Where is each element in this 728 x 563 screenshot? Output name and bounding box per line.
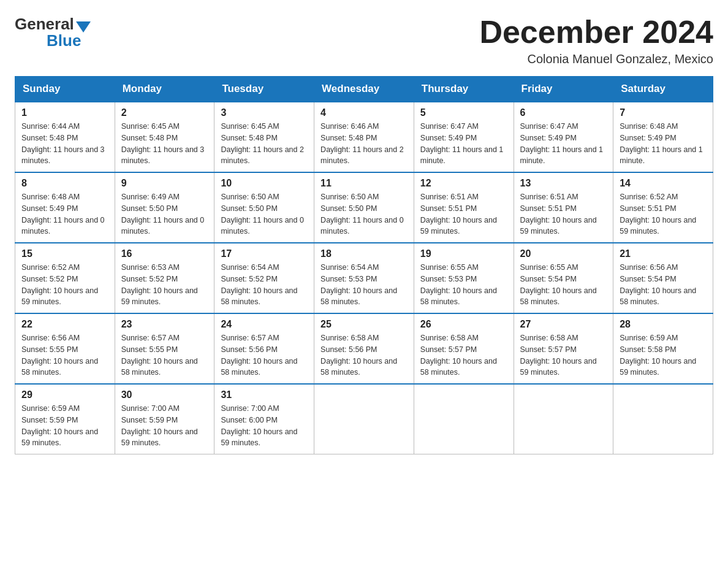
calendar-cell: 11 Sunrise: 6:50 AMSunset: 5:50 PMDaylig… [314, 172, 414, 243]
day-info: Sunrise: 6:51 AMSunset: 5:51 PMDaylight:… [420, 191, 507, 237]
day-info: Sunrise: 6:58 AMSunset: 5:57 PMDaylight:… [420, 332, 507, 378]
calendar-cell: 8 Sunrise: 6:48 AMSunset: 5:49 PMDayligh… [15, 172, 115, 243]
day-number: 28 [620, 319, 707, 330]
calendar-cell: 19 Sunrise: 6:55 AMSunset: 5:53 PMDaylig… [414, 243, 514, 313]
calendar-cell: 16 Sunrise: 6:53 AMSunset: 5:52 PMDaylig… [115, 243, 214, 313]
day-info: Sunrise: 6:45 AMSunset: 5:48 PMDaylight:… [121, 121, 208, 167]
day-info: Sunrise: 6:45 AMSunset: 5:48 PMDaylight:… [221, 121, 308, 167]
logo-arrow-icon [76, 21, 91, 33]
day-number: 18 [320, 248, 408, 259]
calendar-cell: 31 Sunrise: 7:00 AMSunset: 6:00 PMDaylig… [214, 384, 314, 454]
day-info: Sunrise: 6:50 AMSunset: 5:50 PMDaylight:… [221, 191, 308, 237]
calendar-cell: 28 Sunrise: 6:59 AMSunset: 5:58 PMDaylig… [613, 313, 713, 384]
month-title: December 2024 [479, 15, 713, 50]
calendar-cell: 5 Sunrise: 6:47 AMSunset: 5:49 PMDayligh… [414, 102, 514, 172]
day-info: Sunrise: 6:54 AMSunset: 5:53 PMDaylight:… [320, 262, 408, 308]
logo-blue-text: Blue [47, 31, 81, 50]
day-number: 4 [320, 107, 408, 118]
calendar-cell: 9 Sunrise: 6:49 AMSunset: 5:50 PMDayligh… [115, 172, 214, 243]
calendar-week-row: 15 Sunrise: 6:52 AMSunset: 5:52 PMDaylig… [15, 243, 713, 313]
location-subtitle: Colonia Manuel Gonzalez, Mexico [479, 52, 713, 66]
calendar-cell: 20 Sunrise: 6:55 AMSunset: 5:54 PMDaylig… [514, 243, 613, 313]
day-number: 5 [420, 107, 507, 118]
calendar-cell: 27 Sunrise: 6:58 AMSunset: 5:57 PMDaylig… [514, 313, 613, 384]
calendar-cell [613, 384, 713, 454]
day-info: Sunrise: 6:51 AMSunset: 5:51 PMDaylight:… [520, 191, 607, 237]
day-info: Sunrise: 6:44 AMSunset: 5:48 PMDaylight:… [21, 121, 108, 167]
day-number: 21 [620, 248, 707, 259]
day-number: 26 [420, 319, 507, 330]
day-info: Sunrise: 6:56 AMSunset: 5:54 PMDaylight:… [620, 262, 707, 308]
day-number: 25 [320, 319, 408, 330]
calendar-week-row: 29 Sunrise: 6:59 AMSunset: 5:59 PMDaylig… [15, 384, 713, 454]
calendar-table: SundayMondayTuesdayWednesdayThursdayFrid… [15, 76, 713, 454]
calendar-cell: 7 Sunrise: 6:48 AMSunset: 5:49 PMDayligh… [613, 102, 713, 172]
day-info: Sunrise: 6:55 AMSunset: 5:54 PMDaylight:… [520, 262, 607, 308]
day-number: 17 [221, 248, 308, 259]
weekday-header-tuesday: Tuesday [214, 77, 314, 102]
day-info: Sunrise: 6:53 AMSunset: 5:52 PMDaylight:… [121, 262, 208, 308]
day-number: 8 [21, 178, 108, 189]
day-info: Sunrise: 6:57 AMSunset: 5:56 PMDaylight:… [221, 332, 308, 378]
day-info: Sunrise: 7:00 AMSunset: 5:59 PMDaylight:… [121, 403, 208, 449]
calendar-cell: 3 Sunrise: 6:45 AMSunset: 5:48 PMDayligh… [214, 102, 314, 172]
page-header: General Blue December 2024 Colonia Manue… [15, 15, 713, 66]
calendar-week-row: 1 Sunrise: 6:44 AMSunset: 5:48 PMDayligh… [15, 102, 713, 172]
day-number: 19 [420, 248, 507, 259]
day-number: 16 [121, 248, 208, 259]
day-info: Sunrise: 6:59 AMSunset: 5:59 PMDaylight:… [21, 403, 108, 449]
calendar-cell: 14 Sunrise: 6:52 AMSunset: 5:51 PMDaylig… [613, 172, 713, 243]
calendar-cell: 12 Sunrise: 6:51 AMSunset: 5:51 PMDaylig… [414, 172, 514, 243]
day-info: Sunrise: 6:48 AMSunset: 5:49 PMDaylight:… [21, 191, 108, 237]
day-number: 9 [121, 178, 208, 189]
calendar-cell: 17 Sunrise: 6:54 AMSunset: 5:52 PMDaylig… [214, 243, 314, 313]
day-number: 14 [620, 178, 707, 189]
weekday-header-sunday: Sunday [15, 77, 115, 102]
day-info: Sunrise: 6:55 AMSunset: 5:53 PMDaylight:… [420, 262, 507, 308]
calendar-cell: 10 Sunrise: 6:50 AMSunset: 5:50 PMDaylig… [214, 172, 314, 243]
calendar-cell: 13 Sunrise: 6:51 AMSunset: 5:51 PMDaylig… [514, 172, 613, 243]
day-info: Sunrise: 6:56 AMSunset: 5:55 PMDaylight:… [21, 332, 108, 378]
day-number: 30 [121, 389, 208, 400]
calendar-cell: 24 Sunrise: 6:57 AMSunset: 5:56 PMDaylig… [214, 313, 314, 384]
calendar-week-row: 8 Sunrise: 6:48 AMSunset: 5:49 PMDayligh… [15, 172, 713, 243]
day-number: 13 [520, 178, 607, 189]
day-number: 7 [620, 107, 707, 118]
calendar-cell: 21 Sunrise: 6:56 AMSunset: 5:54 PMDaylig… [613, 243, 713, 313]
day-number: 2 [121, 107, 208, 118]
day-number: 15 [21, 248, 108, 259]
title-section: December 2024 Colonia Manuel Gonzalez, M… [479, 15, 713, 66]
calendar-cell: 18 Sunrise: 6:54 AMSunset: 5:53 PMDaylig… [314, 243, 414, 313]
weekday-header-friday: Friday [514, 77, 613, 102]
calendar-cell: 15 Sunrise: 6:52 AMSunset: 5:52 PMDaylig… [15, 243, 115, 313]
calendar-cell: 4 Sunrise: 6:46 AMSunset: 5:48 PMDayligh… [314, 102, 414, 172]
calendar-cell: 22 Sunrise: 6:56 AMSunset: 5:55 PMDaylig… [15, 313, 115, 384]
calendar-cell: 29 Sunrise: 6:59 AMSunset: 5:59 PMDaylig… [15, 384, 115, 454]
calendar-cell: 1 Sunrise: 6:44 AMSunset: 5:48 PMDayligh… [15, 102, 115, 172]
day-number: 23 [121, 319, 208, 330]
day-info: Sunrise: 6:46 AMSunset: 5:48 PMDaylight:… [320, 121, 408, 167]
day-number: 20 [520, 248, 607, 259]
calendar-cell: 23 Sunrise: 6:57 AMSunset: 5:55 PMDaylig… [115, 313, 214, 384]
calendar-cell: 30 Sunrise: 7:00 AMSunset: 5:59 PMDaylig… [115, 384, 214, 454]
calendar-cell [414, 384, 514, 454]
weekday-header-thursday: Thursday [414, 77, 514, 102]
day-info: Sunrise: 6:49 AMSunset: 5:50 PMDaylight:… [121, 191, 208, 237]
day-number: 12 [420, 178, 507, 189]
logo: General Blue [15, 15, 93, 50]
weekday-header-row: SundayMondayTuesdayWednesdayThursdayFrid… [15, 77, 713, 102]
calendar-cell: 26 Sunrise: 6:58 AMSunset: 5:57 PMDaylig… [414, 313, 514, 384]
day-number: 31 [221, 389, 308, 400]
day-info: Sunrise: 6:54 AMSunset: 5:52 PMDaylight:… [221, 262, 308, 308]
calendar-week-row: 22 Sunrise: 6:56 AMSunset: 5:55 PMDaylig… [15, 313, 713, 384]
day-info: Sunrise: 6:52 AMSunset: 5:52 PMDaylight:… [21, 262, 108, 308]
day-number: 11 [320, 178, 408, 189]
day-number: 24 [221, 319, 308, 330]
day-number: 29 [21, 389, 108, 400]
day-info: Sunrise: 6:58 AMSunset: 5:56 PMDaylight:… [320, 332, 408, 378]
day-info: Sunrise: 6:48 AMSunset: 5:49 PMDaylight:… [620, 121, 707, 167]
day-info: Sunrise: 7:00 AMSunset: 6:00 PMDaylight:… [221, 403, 308, 449]
weekday-header-wednesday: Wednesday [314, 77, 414, 102]
weekday-header-monday: Monday [115, 77, 214, 102]
day-number: 10 [221, 178, 308, 189]
